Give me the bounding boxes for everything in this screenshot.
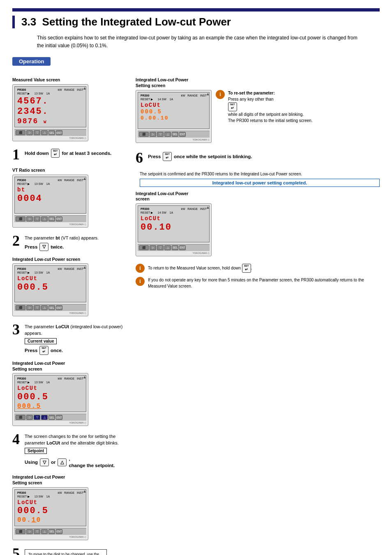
step4-content: The screen changes to the one for settin… [25,432,127,469]
note3-text: To return to the Measured Value screen, … [148,264,380,273]
right-screen2-label: Integrated Low-cut Power screen [136,191,380,202]
info-icon-1: i [216,90,225,99]
device-screen4: ▲ PR300 kW RANGE INST RESET ▶ 13 SW 1A L… [12,373,88,426]
section-title: 3.3 Setting the Integrated Low-cut Power [12,16,380,28]
step5-number: 5 [12,546,21,555]
device-screen5: ▲ PR300 kW RANGE INST RESET ▶ 13 SW 1A L… [12,487,88,540]
down-key-4: ▽ [40,458,49,466]
step1-content: Hold down SET ↵ for at least 3 seconds. [25,147,127,158]
setent-key-6: SET ↵ [163,152,172,161]
step3-row: 3 The parameter LoCUt (integrated low-cu… [12,322,127,355]
step5-content: To move to the digit to be changed, use … [25,546,127,555]
note3-block: i To return to the Measured Value screen… [136,264,380,273]
right-screen1-label: Integrated Low-cut Power Setting screen [136,77,380,88]
note4-block: i If you do not operate any key for more… [136,277,380,289]
step2-row: 2 The parameter bt (VT ratio) appears. P… [12,233,127,251]
note1-area: i To re-set the parameter: Press any key… [216,90,380,128]
confirm-text: The setpoint is confirmed and the PR300 … [136,171,380,187]
top-bar [12,8,380,12]
screen5-label: Integrated Low-cut Power Setting screen [12,474,127,486]
setpoint-box: Setpoint [25,448,47,454]
left-column: Measured Value screen ▲ PR300 kW RANGE I… [12,77,127,555]
screen2-block: VT Ratio screen ▲ PR300 kW RANGE INST RE… [12,168,127,228]
device-right-screen1: ▲ PR300 kW RANGE INST RESET ▶ 14 SW 1A L… [136,90,212,143]
current-value-box: Current value [25,338,57,344]
note4-text: If you do not operate any key for more t… [148,277,380,289]
screen3-label: Integrated Low-cut Power screen [12,257,127,263]
section-intro: This section explains how to set the int… [12,34,380,50]
step3-number: 3 [12,322,21,337]
completed-box: Integrated low-cut power setting complet… [140,179,380,187]
screen1-block: Measured Value screen ▲ PR300 kW RANGE I… [12,77,127,141]
step1-row: 1 Hold down SET ↵ for at least 3 seconds… [12,147,127,162]
step1-number: 1 [12,147,21,162]
setent-key-note1: SET ↵ [228,102,237,111]
move-digit-instructions: To move to the digit to be changed, use … [25,549,107,555]
screen4-label: Integrated Low-cut Power Setting screen [12,361,127,372]
right-screen1-section: Integrated Low-cut Power Setting screen … [136,77,380,143]
step2-number: 2 [12,233,21,248]
screen5-block: Integrated Low-cut Power Setting screen … [12,474,127,540]
step4-number: 4 [12,432,21,447]
operation-banner: Operation [12,57,51,66]
step6-area: 6 Press SET ↵ once while the setpoint is… [136,150,380,165]
device-screen1: ▲ PR300 kW RANGE INST RESET ▶ 13 SW 1A 4… [12,84,88,141]
note1-block: i To re-set the parameter: Press any key… [216,90,380,124]
screen1-label: Measured Value screen [12,77,127,83]
device-screen2: ▲ PR300 kW RANGE INST RESET ▶ 13 SW 1A b… [12,175,88,228]
note1-text: To re-set the parameter: Press any key o… [228,90,380,124]
main-content: Measured Value screen ▲ PR300 kW RANGE I… [12,77,380,555]
right-column: Integrated Low-cut Power Setting screen … [136,77,380,555]
setent-key-note3: SET ↵ [242,264,251,273]
info-icon-4: i [136,277,145,286]
step3-content: The parameter LoCUt (integrated low-cut … [25,322,127,355]
setent-key-3: SET ↵ [39,346,48,355]
info-icon-3: i [136,264,145,273]
screen2-label: VT Ratio screen [12,168,127,173]
page: 3.3 Setting the Integrated Low-cut Power… [0,0,392,555]
step6-number: 6 [136,150,145,165]
screen4-block: Integrated Low-cut Power Setting screen … [12,361,127,426]
down-arrow-key: ▽ [39,243,48,251]
device-right-screen2: ▲ PR300 kW RANGE INST RESET ▶ 14 SW 1A L… [136,203,212,256]
device-screen3: ▲ PR300 kW RANGE INST RESET ▶ 13 SW 1A L… [12,263,88,316]
screen3-block: Integrated Low-cut Power screen ▲ PR300 … [12,257,127,317]
setent-key-1: SET ↵ [51,149,60,158]
right-screen2-section: Integrated Low-cut Power screen ▲ PR300 … [136,191,380,256]
up-key-4: △ [58,458,67,466]
step5-row: 5 To move to the digit to be changed, us… [12,546,127,555]
step4-row: 4 The screen changes to the one for sett… [12,432,127,469]
step2-content: The parameter bt (VT ratio) appears. Pre… [25,233,127,251]
